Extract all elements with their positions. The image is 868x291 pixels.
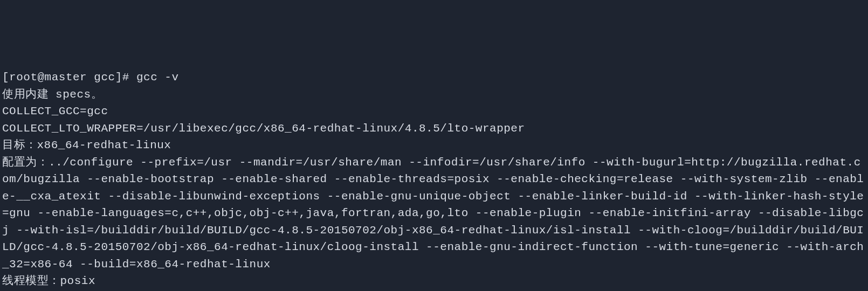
terminal-output[interactable]: [root@master gcc]# gcc -v 使用内建 specs。 CO… bbox=[2, 69, 866, 291]
